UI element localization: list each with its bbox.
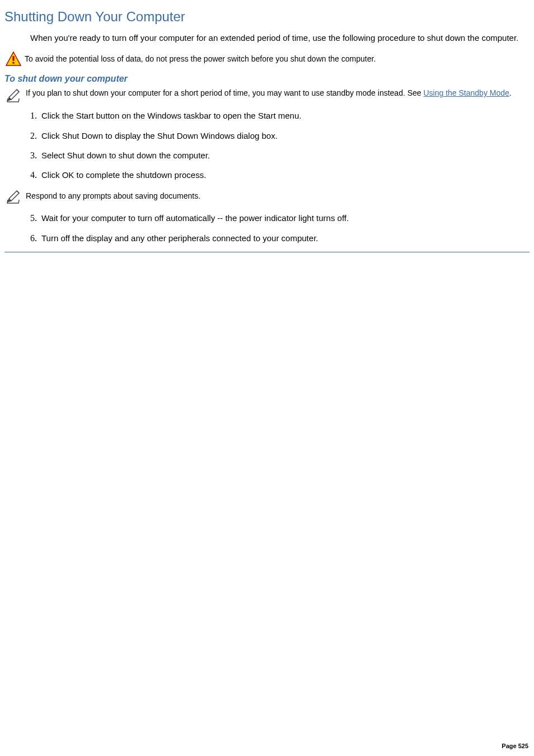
procedure-subheading: To shut down your computer <box>4 74 530 84</box>
warning-row: To avoid the potential loss of data, do … <box>4 51 530 66</box>
step-item: Click the Start button on the Windows ta… <box>39 110 530 121</box>
note-standby-text: If you plan to shut down your computer f… <box>26 85 512 97</box>
intro-paragraph: When you're ready to turn off your compu… <box>30 32 530 44</box>
standby-mode-link[interactable]: Using the Standby Mode <box>424 88 509 97</box>
step-item: Click Shut Down to display the Shut Down… <box>39 130 530 142</box>
warning-icon <box>6 51 21 66</box>
svg-rect-1 <box>12 56 14 61</box>
steps-list-a: Click the Start button on the Windows ta… <box>25 110 530 181</box>
note-save-prompts: Respond to any prompts about saving docu… <box>4 189 530 204</box>
pencil-note-icon <box>6 189 22 204</box>
note1-post: . <box>509 88 512 97</box>
section-divider <box>4 252 530 252</box>
step-item: Select Shut down to shut down the comput… <box>39 149 530 161</box>
step-item: Click OK to complete the shutdown proces… <box>39 169 530 181</box>
note-standby: If you plan to shut down your computer f… <box>4 87 530 103</box>
step-item: Wait for your computer to turn off autom… <box>39 212 530 224</box>
page-title: Shutting Down Your Computer <box>4 9 530 25</box>
step-item: Turn off the display and any other perip… <box>39 232 530 244</box>
note1-pre: If you plan to shut down your computer f… <box>26 88 424 97</box>
svg-point-2 <box>12 62 15 64</box>
note-save-prompts-text: Respond to any prompts about saving docu… <box>26 189 530 201</box>
pencil-note-icon <box>6 87 22 103</box>
steps-list-b: Wait for your computer to turn off autom… <box>25 212 530 244</box>
warning-text: To avoid the potential loss of data, do … <box>25 51 530 64</box>
